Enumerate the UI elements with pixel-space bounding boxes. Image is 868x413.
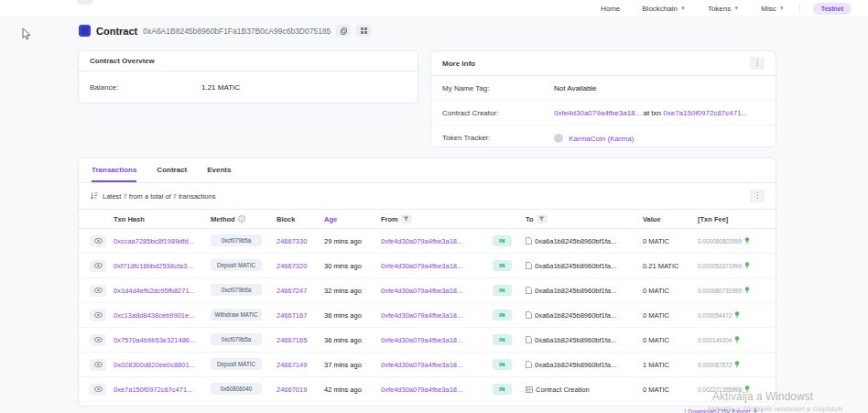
txn-hash-link[interactable]: 0x1d4d4efb2dc95fb8271... <box>114 287 211 295</box>
col-block: Block <box>277 215 324 223</box>
nav-divider <box>799 4 800 13</box>
value-cell: 0 MATIC <box>643 336 698 344</box>
from-address-link[interactable]: 0xfe4d30a079a4fbe3a18... <box>381 336 493 344</box>
direction-badge: IN <box>493 359 512 370</box>
gas-saver-icon <box>744 262 750 269</box>
nav-item-home[interactable]: Home <box>601 5 620 13</box>
top-navigation: Home Blockchain ▼ Tokens ▼ Misc ▼ Testne… <box>0 0 868 16</box>
chevron-down-icon: ▼ <box>733 5 739 11</box>
more-info-card: More Info ⋮ My Name Tag: Not Available C… <box>430 50 776 147</box>
balance-label: Balance: <box>90 83 201 92</box>
nav-label: Home <box>601 5 620 13</box>
value-cell: 0 MATIC <box>643 311 698 320</box>
txn-hash-link[interactable]: 0xccaa7285bc8f1989dfd... <box>114 237 211 245</box>
from-address-link[interactable]: 0xfe4d30a079a4fbe3a18... <box>381 386 493 394</box>
more-info-menu-button[interactable]: ⋮ <box>750 57 765 70</box>
nav-item-misc[interactable]: Misc ▼ <box>761 5 784 13</box>
table-body: 0xccaa7285bc8f1989dfd... 0xcf079b5a 2466… <box>79 229 776 402</box>
block-link[interactable]: 24667247 <box>277 287 324 295</box>
direction-badge: IN <box>493 235 512 246</box>
to-address: Contract Creation <box>536 386 597 394</box>
from-filter-button[interactable] <box>401 214 412 223</box>
table-row: 0x7570a4b9b53e321486... 0xcf079b5a 24667… <box>79 328 776 353</box>
to-filter-button[interactable] <box>537 214 548 223</box>
view-txn-button[interactable] <box>90 384 106 396</box>
view-txn-button[interactable] <box>90 359 106 371</box>
txn-hash-link[interactable]: 0x7570a4b9b53e321486... <box>114 336 211 344</box>
method-badge: 0xcf079b5a <box>211 284 262 296</box>
table-menu-button[interactable]: ⋮ <box>750 190 765 202</box>
summary-text: Latest 7 from a total of 7 transactions <box>103 192 215 201</box>
creator-txn-link[interactable]: 0xe7a150f0972c87c471... <box>663 109 747 117</box>
from-address-link[interactable]: 0xfe4d30a079a4fbe3a18... <box>381 237 493 245</box>
col-to: To <box>526 215 534 223</box>
table-summary-row: Latest 7 from a total of 7 transactions … <box>79 183 776 209</box>
from-address-link[interactable]: 0xfe4d30a079a4fbe3a18... <box>381 262 493 270</box>
download-csv-link[interactable]: Download CSV Export <box>688 408 750 413</box>
from-address-link[interactable]: 0xfe4d30a079a4fbe3a18... <box>381 311 493 320</box>
value-cell: 0.21 MATIC <box>643 262 698 270</box>
filter-icon <box>403 216 409 222</box>
contract-file-icon <box>526 287 532 294</box>
col-age-sort-link[interactable]: Age <box>324 215 381 223</box>
view-txn-button[interactable] <box>90 235 106 247</box>
name-tag-value: Not Available <box>554 84 597 92</box>
balance-value: 1.21 MATIC <box>201 83 240 92</box>
contract-file-icon <box>526 262 532 269</box>
direction-badge: IN <box>493 384 512 395</box>
from-address-link[interactable]: 0xfe4d30a079a4fbe3a18... <box>381 361 493 369</box>
from-address-link[interactable]: 0xfe4d30a079a4fbe3a18... <box>381 287 493 295</box>
contract-file-icon <box>526 237 532 245</box>
logo <box>77 0 93 5</box>
age-value: 30 mins ago <box>324 262 381 270</box>
fee-value: 0.000053371999 <box>698 263 742 269</box>
to-address: 0xa6a1b8245b8960bf1fa... <box>535 287 624 295</box>
view-txn-button[interactable] <box>90 260 106 272</box>
creator-address-link[interactable]: 0xfe4d30a079a4fbe3a18... <box>554 109 641 117</box>
nav-label: Misc <box>761 5 776 13</box>
gas-saver-icon <box>734 311 740 319</box>
info-icon[interactable] <box>238 215 245 223</box>
mouse-cursor <box>22 27 32 40</box>
block-link[interactable]: 24667149 <box>277 361 324 369</box>
tab-events[interactable]: Events <box>207 166 231 182</box>
txn-hash-link[interactable]: 0xf71dfc16bbd2538cfa3... <box>114 262 211 270</box>
col-value: Value <box>643 215 698 223</box>
tab-transactions[interactable]: Transactions <box>92 166 136 182</box>
value-cell: 1 MATIC <box>643 361 698 369</box>
txn-fee-cell: 0.000080731999 <box>698 287 765 294</box>
gas-saver-icon <box>734 336 740 343</box>
page-title: Contract 0xA6A1B8245b8960bF1Fa1B37B0cA99… <box>79 25 371 37</box>
txn-hash-link[interactable]: 0x028300d820ee0c8801... <box>114 361 211 369</box>
copy-address-button[interactable] <box>336 25 351 37</box>
table-row: 0xe7a150f0972c87c471... 0x60806040 24667… <box>79 377 776 402</box>
block-link[interactable]: 24667167 <box>277 311 324 320</box>
testnet-badge[interactable]: Testnet <box>813 3 852 15</box>
direction-badge: IN <box>493 260 512 271</box>
col-txn-hash: Txn Hash <box>114 215 211 223</box>
view-txn-button[interactable] <box>90 285 106 297</box>
view-txn-button[interactable] <box>90 334 106 346</box>
contract-address: 0xA6A1B8245b8960bF1Fa1B37B0cA99c6b3D0751… <box>143 27 331 36</box>
block-link[interactable]: 24667330 <box>277 237 324 245</box>
to-address: 0xa6a1b8245b8960bf1fa... <box>535 336 624 344</box>
token-tracker-link[interactable]: KarmaCoin (Karma) <box>569 135 634 143</box>
nav-item-tokens[interactable]: Tokens ▼ <box>708 5 739 13</box>
txn-hash-link[interactable]: 0xc13a8d8438ceb9901e... <box>114 311 211 320</box>
age-value: 36 mins ago <box>324 336 381 344</box>
card-title: More Info <box>442 60 475 68</box>
eye-icon <box>94 386 103 392</box>
block-link[interactable]: 24667019 <box>277 386 324 394</box>
block-link[interactable]: 24667165 <box>277 336 324 344</box>
txn-hash-link[interactable]: 0xe7a150f0972c87c471... <box>114 386 211 394</box>
nav-item-blockchain[interactable]: Blockchain ▼ <box>642 5 686 13</box>
tab-contract[interactable]: Contract <box>157 166 187 182</box>
qr-code-button[interactable] <box>356 25 371 37</box>
block-link[interactable]: 24667320 <box>277 262 324 270</box>
method-badge: Deposit MATIC <box>211 358 262 370</box>
download-icon <box>752 408 759 413</box>
table-header: Txn Hash Method Block Age From To <box>79 209 776 229</box>
view-txn-button[interactable] <box>90 310 106 321</box>
balance-row: Balance: 1.21 MATIC <box>79 71 418 103</box>
to-address: 0xa6a1b8245b8960bf1fa... <box>535 262 624 270</box>
